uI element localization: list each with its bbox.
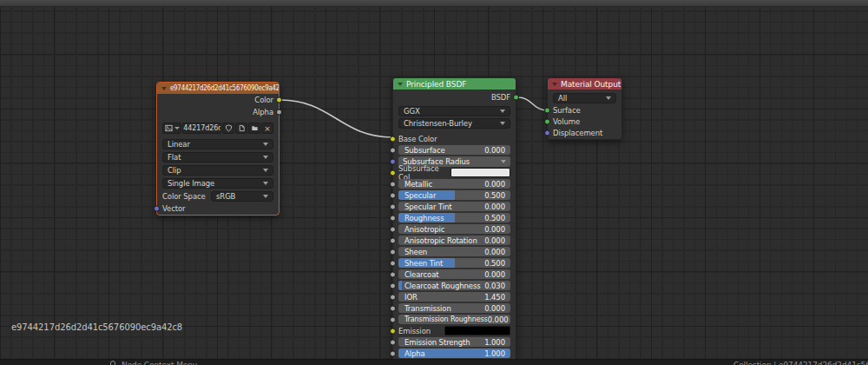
extension-dropdown[interactable]: Clip: [162, 165, 273, 176]
status-bar: Node Context Menu Collection | e9744217d…: [0, 359, 868, 365]
output-row-bsdf: BSDF: [393, 90, 516, 105]
chevron-down-icon: [263, 195, 268, 198]
subsurface-radius-input-socket[interactable]: [390, 158, 396, 164]
chevron-down-icon: [263, 156, 268, 159]
collapse-icon[interactable]: [161, 87, 167, 90]
subsurface-method-dropdown[interactable]: Christensen-Burley: [398, 118, 510, 129]
alpha-input-socket[interactable]: [390, 350, 396, 356]
base-color-input-socket[interactable]: [390, 136, 396, 142]
interpolation-dropdown[interactable]: Linear: [162, 139, 273, 149]
metallic-slider[interactable]: Metallic 0.000: [398, 179, 510, 189]
image-datablock-row: e9744217d26d2...: [157, 122, 279, 135]
chevron-down-icon: [263, 169, 268, 172]
subsurface-col-input-socket[interactable]: [390, 169, 396, 176]
subsurface-col-swatch[interactable]: [450, 168, 510, 177]
color-space-dropdown[interactable]: sRGB: [211, 191, 273, 202]
link-bsdf-to-surface[interactable]: [517, 97, 548, 110]
sheen-input-socket[interactable]: [390, 249, 396, 255]
ior-slider[interactable]: IOR 1.450: [398, 292, 510, 302]
specular-input-socket[interactable]: [390, 192, 396, 198]
node-title: Material Output: [561, 80, 621, 89]
slider-row-sheen: Sheen 0.000: [393, 246, 516, 257]
bsdf-output-socket[interactable]: [513, 95, 519, 101]
sheen-tint-input-socket[interactable]: [390, 260, 396, 266]
clearcoat-slider[interactable]: Clearcoat 0.000: [398, 269, 510, 279]
fake-user-shield-button[interactable]: [222, 123, 234, 134]
subsurface-input-socket[interactable]: [390, 147, 396, 153]
folder-icon: [251, 124, 259, 132]
node-material-output[interactable]: Material Output All Surface Volume Displ…: [547, 77, 622, 140]
subsurface-slider[interactable]: Subsurface 0.000: [398, 145, 510, 155]
principled-bsdf-header[interactable]: Principled BSDF: [393, 78, 516, 90]
chevron-down-icon: [263, 143, 268, 146]
image-name-field[interactable]: e9744217d26d2...: [182, 123, 221, 134]
interpolation-row: Linear: [157, 137, 279, 150]
anisotropic-rotation-slider[interactable]: Anisotropic Rotation 0.000: [398, 236, 510, 245]
input-row-base-color: Base Color: [393, 133, 516, 144]
image-texture-header[interactable]: e9744217d26d2d41c5676090ec9a42c8.: [157, 83, 279, 94]
distribution-dropdown[interactable]: GGX: [398, 106, 510, 116]
anisotropic-input-socket[interactable]: [390, 226, 396, 232]
target-row: All: [548, 92, 621, 104]
specular-slider[interactable]: Specular 0.500: [398, 190, 510, 200]
color-output-socket[interactable]: [276, 97, 282, 103]
emission-strength-input-socket[interactable]: [390, 339, 396, 345]
new-image-button[interactable]: [235, 123, 247, 134]
slider-row-specular: Specular 0.500: [393, 189, 516, 201]
clearcoat-roughness-slider[interactable]: Clearcoat Roughness 0.030: [398, 281, 510, 290]
image-browse-button[interactable]: [162, 123, 181, 134]
emission-strength-slider[interactable]: Emission Strength 1.000: [398, 337, 510, 347]
new-file-icon: [238, 124, 246, 132]
slider-row-subsurface: Subsurface 0.000: [393, 144, 516, 156]
surface-input-socket[interactable]: [544, 107, 550, 113]
volume-input-socket[interactable]: [544, 118, 550, 124]
input-row-vector: Vector: [157, 202, 279, 215]
alpha-output-socket[interactable]: [276, 110, 282, 116]
transmission-roughness-input-socket[interactable]: [390, 316, 396, 322]
alpha-slider[interactable]: Alpha 1.000: [398, 348, 510, 358]
input-row-emission: Emission: [393, 325, 516, 336]
anisotropic-rotation-input-socket[interactable]: [390, 237, 396, 243]
ior-input-socket[interactable]: [390, 294, 396, 300]
vector-input-socket[interactable]: [154, 206, 160, 212]
transmission-roughness-slider[interactable]: Transmission Roughness 0.000: [398, 315, 510, 324]
output-row-alpha: Alpha: [157, 106, 279, 118]
slider-row-transmission-roughness: Transmission Roughness 0.000: [393, 314, 516, 325]
anisotropic-slider[interactable]: Anisotropic 0.000: [398, 224, 510, 234]
metallic-input-socket[interactable]: [390, 181, 396, 187]
source-dropdown[interactable]: Single Image: [162, 178, 273, 189]
collapse-icon[interactable]: [552, 83, 557, 86]
collapse-icon[interactable]: [398, 83, 403, 86]
roughness-input-socket[interactable]: [390, 215, 396, 221]
shader-node-editor[interactable]: e9744217d26d2d41c5676090ec9a42c8. Color …: [0, 0, 868, 365]
input-row-surface: Surface: [548, 104, 621, 116]
slider-row-emission-strength: Emission Strength 1.000: [393, 336, 516, 348]
sheen-slider[interactable]: Sheen 0.000: [398, 247, 510, 256]
specular-tint-input-socket[interactable]: [390, 203, 396, 209]
chevron-down-icon: [500, 122, 505, 125]
projection-dropdown[interactable]: Flat: [162, 152, 273, 163]
link-color-to-basecolor[interactable]: [280, 100, 392, 137]
slider-row-clearcoat: Clearcoat 0.000: [393, 269, 516, 280]
roughness-slider[interactable]: Roughness 0.500: [398, 213, 510, 222]
sheen-tint-slider[interactable]: Sheen Tint 0.500: [398, 258, 510, 268]
material-output-header[interactable]: Material Output: [548, 78, 621, 90]
node-principled-bsdf[interactable]: Principled BSDF BSDF GGX Christensen-Bur…: [392, 77, 516, 365]
transmission-slider[interactable]: Transmission 0.000: [398, 303, 510, 313]
emission-color-swatch[interactable]: [444, 326, 510, 335]
clearcoat-roughness-input-socket[interactable]: [390, 282, 396, 289]
node-image-texture[interactable]: e9744217d26d2d41c5676090ec9a42c8. Color …: [156, 82, 279, 216]
displacement-input-socket[interactable]: [544, 129, 550, 136]
color-space-row: Color Space sRGB: [157, 189, 279, 202]
emission-input-socket[interactable]: [390, 328, 396, 334]
input-row-subsurface-col: Subsurface Col: [393, 167, 516, 178]
clearcoat-input-socket[interactable]: [390, 271, 396, 277]
specular-tint-slider[interactable]: Specular Tint 0.000: [398, 202, 510, 211]
target-dropdown[interactable]: All: [553, 93, 616, 103]
unlink-image-button[interactable]: ×: [261, 123, 273, 134]
transmission-input-socket[interactable]: [390, 305, 396, 311]
slider-row-clearcoat-roughness: Clearcoat Roughness 0.030: [393, 280, 516, 291]
slider-row-roughness: Roughness 0.500: [393, 212, 516, 223]
chevron-down-icon: [500, 110, 505, 113]
open-image-button[interactable]: [248, 123, 260, 134]
